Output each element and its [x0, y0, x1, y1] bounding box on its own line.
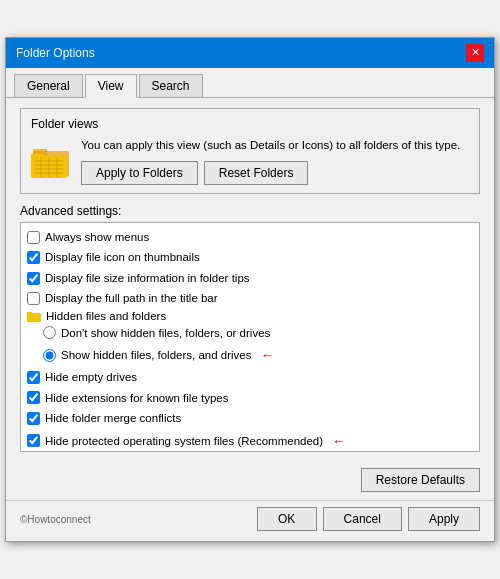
folder-options-window: Folder Options ✕ General View Search Fol…: [5, 37, 495, 542]
hide-extensions-label[interactable]: Hide extensions for known file types: [45, 389, 228, 407]
folder-small-icon: [27, 310, 41, 322]
window-title: Folder Options: [16, 46, 95, 60]
dialog-buttons-bar: ©Howtoconnect OK Cancel Apply: [6, 500, 494, 541]
list-item: Display file size information in folder …: [23, 268, 477, 288]
display-file-icon-label[interactable]: Display file icon on thumbnails: [45, 248, 200, 266]
folder-views-section: Folder views: [20, 108, 480, 194]
hidden-files-label: Hidden files and folders: [46, 310, 166, 322]
advanced-settings-label: Advanced settings:: [20, 204, 480, 218]
display-full-path-label[interactable]: Display the full path in the title bar: [45, 289, 218, 307]
display-file-size-checkbox[interactable]: [27, 272, 40, 285]
tab-bar: General View Search: [6, 68, 494, 98]
folder-icon: [31, 143, 71, 179]
list-item: Hide empty drives: [23, 367, 477, 387]
list-item: Hide folder merge conflicts: [23, 408, 477, 428]
always-show-menus-label[interactable]: Always show menus: [45, 228, 149, 246]
dialog-action-buttons: OK Cancel Apply: [257, 507, 480, 531]
tab-general[interactable]: General: [14, 74, 83, 97]
list-item: Always show menus: [23, 227, 477, 247]
show-hidden-arrow: ←: [261, 344, 275, 366]
copyright-text: ©Howtoconnect: [20, 514, 91, 525]
hide-empty-drives-label[interactable]: Hide empty drives: [45, 368, 137, 386]
list-item: Display file icon on thumbnails: [23, 247, 477, 267]
hide-folder-merge-label[interactable]: Hide folder merge conflicts: [45, 409, 181, 427]
tab-content: Folder views: [6, 98, 494, 462]
hidden-files-header: Hidden files and folders: [23, 309, 477, 323]
restore-defaults-section: Restore Defaults: [6, 462, 494, 500]
show-hidden-label[interactable]: Show hidden files, folders, and drives: [61, 346, 252, 364]
titlebar: Folder Options ✕: [6, 38, 494, 68]
dont-show-hidden-radio[interactable]: [43, 326, 56, 339]
reset-folders-button[interactable]: Reset Folders: [204, 161, 309, 185]
hide-extensions-checkbox[interactable]: [27, 391, 40, 404]
list-item: Show hidden files, folders, and drives ←: [23, 343, 477, 367]
list-item: Hide extensions for known file types: [23, 388, 477, 408]
list-item: Display the full path in the title bar: [23, 288, 477, 308]
display-file-icon-checkbox[interactable]: [27, 251, 40, 264]
hide-protected-checkbox[interactable]: [27, 434, 40, 447]
restore-defaults-button[interactable]: Restore Defaults: [361, 468, 480, 492]
display-file-size-label[interactable]: Display file size information in folder …: [45, 269, 250, 287]
list-item: Don't show hidden files, folders, or dri…: [23, 323, 477, 343]
folder-views-label: Folder views: [31, 117, 469, 131]
svg-rect-3: [31, 154, 44, 159]
svg-rect-12: [27, 312, 32, 315]
always-show-menus-checkbox[interactable]: [27, 231, 40, 244]
settings-list-wrapper: Always show menus Display file icon on t…: [20, 222, 480, 452]
display-full-path-checkbox[interactable]: [27, 292, 40, 305]
cancel-button[interactable]: Cancel: [323, 507, 402, 531]
dont-show-hidden-label[interactable]: Don't show hidden files, folders, or dri…: [61, 324, 270, 342]
ok-button[interactable]: OK: [257, 507, 317, 531]
folder-views-text: You can apply this view (such as Details…: [81, 137, 460, 185]
hide-protected-arrow: ←: [332, 430, 346, 451]
hide-protected-label[interactable]: Hide protected operating system files (R…: [45, 432, 323, 450]
tab-search[interactable]: Search: [139, 74, 203, 97]
folder-views-buttons: Apply to Folders Reset Folders: [81, 161, 460, 185]
hide-empty-drives-checkbox[interactable]: [27, 371, 40, 384]
show-hidden-radio[interactable]: [43, 349, 56, 362]
apply-to-folders-button[interactable]: Apply to Folders: [81, 161, 198, 185]
apply-button[interactable]: Apply: [408, 507, 480, 531]
tab-view[interactable]: View: [85, 74, 137, 98]
list-item: Hide protected operating system files (R…: [23, 429, 477, 451]
folder-views-description: You can apply this view (such as Details…: [81, 137, 460, 153]
settings-list[interactable]: Always show menus Display file icon on t…: [21, 223, 479, 451]
folder-views-inner: You can apply this view (such as Details…: [31, 137, 469, 185]
close-button[interactable]: ✕: [466, 44, 484, 62]
hide-folder-merge-checkbox[interactable]: [27, 412, 40, 425]
